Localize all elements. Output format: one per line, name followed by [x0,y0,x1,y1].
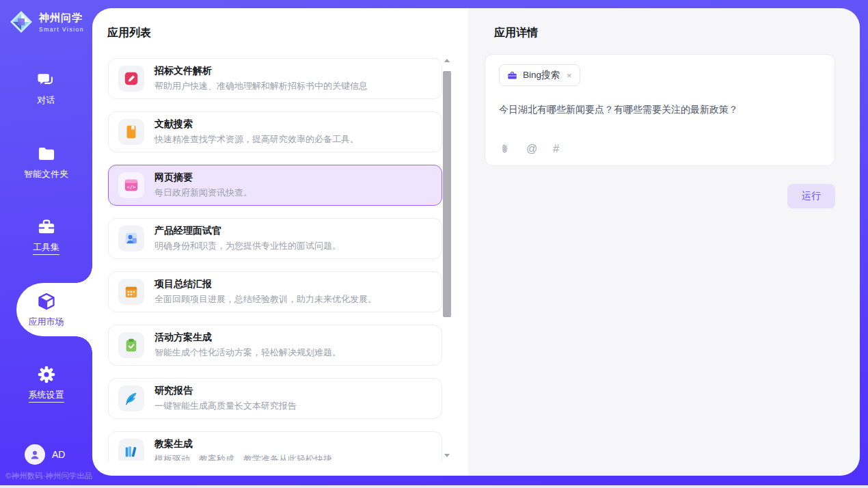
app-card-literature-search[interactable]: 文献搜索 快速精准查找学术资源，提高研究效率的必备工具。 [108,111,442,152]
app-name: 教案生成 [154,438,332,450]
page: 神州问学 Smart Vision 对话 [0,0,868,488]
app-desc: 明确身份和职责，为您提供专业性的面试问题。 [154,240,341,252]
app-frame: 神州问学 Smart Vision 对话 [0,0,868,485]
hash-icon[interactable]: # [553,144,559,154]
clipboard-check-icon [124,338,139,353]
app-card-pm-interviewer[interactable]: 产品经理面试官 明确身份和职责，为您提供专业性的面试问题。 [108,218,442,259]
sidebar-item-label: 智能文件夹 [24,168,68,180]
app-card-bid-document-analysis[interactable]: 招标文件解析 帮助用户快速、准确地理解和解析招标书中的关键信息 [108,58,442,99]
user-initials: AD [52,449,65,460]
content-container: 应用列表 招标文件解析 帮助用户快速、准确地理解和解析招标书中的关键信息 [92,8,860,476]
app-card-event-plan[interactable]: 活动方案生成 智能生成个性化活动方案，轻松解决规划难题。 [108,325,442,366]
diamond-logo-icon [9,10,33,34]
app-detail-title: 应用详情 [494,26,835,40]
app-card-project-summary[interactable]: 项目总结汇报 全面回顾项目进展，总结经验教训，助力未来优化发展。 [108,271,442,312]
sidebar-item-label: 对话 [38,94,55,107]
sidebar-item-label: 应用市场 [29,316,64,328]
sidebar-item-chat[interactable]: 对话 [0,67,92,109]
composer-toolbar: @ # [499,143,821,157]
folder-icon [37,144,56,163]
app-desc: 智能生成个性化活动方案，轻松解决规划难题。 [154,347,341,359]
brand-logo: 神州问学 Smart Vision [0,0,92,34]
sidebar-item-label: 工具集 [33,241,59,255]
books-icon [124,444,139,459]
user-account[interactable]: AD [25,444,65,465]
prompt-text-input[interactable]: 今日湖北有哪些新闻要点？有哪些需要关注的最新政策？ [499,104,821,116]
brand-name: 神州问学 [39,12,84,25]
app-name: 产品经理面试官 [154,225,341,237]
scroll-down-arrow[interactable] [443,451,451,459]
prompt-composer: Bing搜索 × 今日湖北有哪些新闻要点？有哪些需要关注的最新政策？ @ # [485,54,835,166]
gear-icon [37,365,56,384]
scrollbar-thumb[interactable] [443,71,451,317]
sidebar-item-toolset[interactable]: 工具集 [0,215,92,257]
app-desc: 全面回顾项目进展，总结经验教训，助力未来优化发展。 [154,293,377,306]
tool-chip-bing-search[interactable]: Bing搜索 × [499,64,580,86]
person-icon [29,448,41,461]
pen-square-icon [124,71,139,86]
sidebar-item-smart-folders[interactable]: 智能文件夹 [0,141,92,183]
app-desc: 快速精准查找学术资源，提高研究效率的必备工具。 [154,133,359,146]
run-button[interactable]: 运行 [787,184,835,208]
tool-chip-label: Bing搜索 [523,69,560,81]
book-icon [124,124,139,139]
scrollbar [443,56,451,459]
app-desc: 模板驱动，教案秒成，教学准备从此轻松快捷 [154,453,332,461]
app-name: 研究报告 [154,385,297,397]
brand-subtitle: Smart Vision [39,26,84,33]
avatar [25,444,45,465]
svg-text:</>: </> [127,185,135,190]
cube-icon [37,292,56,311]
app-name: 活动方案生成 [154,331,341,344]
chat-icon [37,70,56,90]
scroll-up-arrow[interactable] [443,56,451,64]
app-name: 招标文件解析 [154,65,368,77]
app-list-title: 应用列表 [107,26,151,40]
app-detail-panel: 应用详情 Bing搜索 × 今日湖北有哪些新闻要点？有哪些需要关注的最新政策？ [468,8,860,476]
briefcase-icon [507,70,517,81]
calendar-icon [124,284,139,299]
app-list-panel: 应用列表 招标文件解析 帮助用户快速、准确地理解和解析招标书中的关键信息 [92,8,468,476]
app-card-research-report[interactable]: 研究报告 一键智能生成高质量长文本研究报告 [108,378,442,419]
app-card-lesson-plan[interactable]: 教案生成 模板驱动，教案秒成，教学准备从此轻松快捷 [108,431,442,461]
browser-code-icon: </> [124,178,139,193]
at-icon[interactable]: @ [526,144,537,154]
sidebar-nav: 对话 智能文件夹 [0,67,92,405]
copyright-text: ©神州数码·神州问学出品 [5,471,92,481]
sidebar-item-app-market[interactable]: 应用市场 [0,288,92,331]
app-desc: 帮助用户快速、准确地理解和解析招标书中的关键信息 [154,80,368,92]
chip-close-icon[interactable]: × [567,71,572,80]
app-card-web-summary[interactable]: </> 网页摘要 每日政府新闻资讯快查。 [108,165,442,206]
interviewer-icon [124,231,139,246]
app-desc: 每日政府新闻资讯快查。 [154,187,252,199]
app-name: 项目总结汇报 [154,278,377,290]
app-desc: 一键智能生成高质量长文本研究报告 [154,400,297,412]
sidebar-item-label: 系统设置 [29,389,64,403]
toolbox-icon [37,217,56,236]
app-name: 文献搜索 [154,118,359,131]
quill-icon [124,391,139,406]
sidebar: 神州问学 Smart Vision 对话 [0,0,92,485]
app-name: 网页摘要 [154,172,252,184]
paperclip-icon[interactable] [499,143,511,154]
sidebar-item-settings[interactable]: 系统设置 [0,362,92,405]
app-list-scroll-area: 招标文件解析 帮助用户快速、准确地理解和解析招标书中的关键信息 文 [108,58,442,461]
